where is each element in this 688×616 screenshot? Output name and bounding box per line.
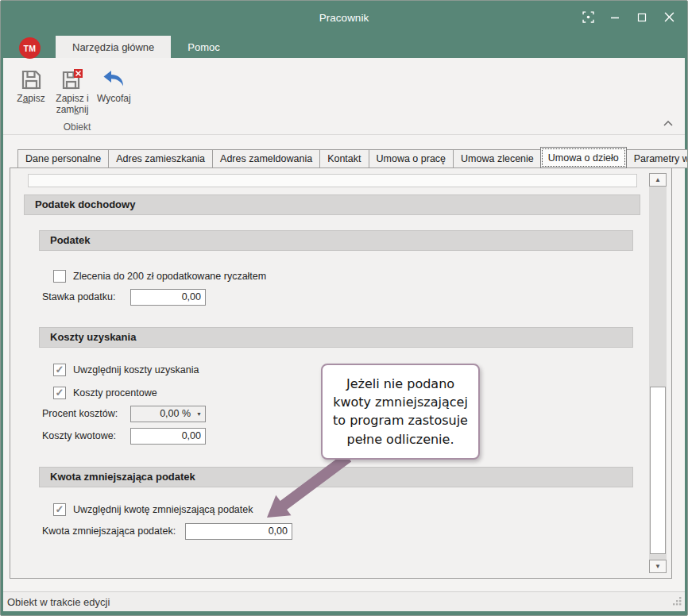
ribbon-group-obiekt: Zapisz Zapisz i zamknij	[11, 64, 136, 116]
procent-label: Procent kosztów:	[42, 408, 130, 419]
ryczalt-checkbox[interactable]	[53, 270, 66, 283]
undo-label: Wycofaj	[97, 93, 131, 104]
close-icon	[664, 11, 674, 25]
scroll-down-icon: ▼	[655, 563, 661, 570]
uwzglednij-kwote-checkbox[interactable]: ✓	[53, 503, 66, 516]
uwzglednij-koszty-checkbox[interactable]: ✓	[53, 364, 66, 376]
annotation-text: Jeżeli nie podano kwoty zmniejszającej t…	[332, 375, 469, 449]
koszty-procentowe-label: Koszty procentowe	[73, 387, 157, 398]
scroll-down-button[interactable]: ▼	[649, 560, 667, 573]
status-text: Obiekt w trakcie edycji	[7, 596, 110, 608]
minimize-button[interactable]	[601, 5, 628, 32]
kwotowe-label: Koszty kwotowe:	[42, 430, 130, 441]
tab-umowa-zlecenie[interactable]: Umowa zlecenie	[453, 149, 541, 168]
maximize-button[interactable]	[628, 5, 655, 32]
app-logo[interactable]: TM	[19, 37, 41, 59]
save-icon	[20, 66, 42, 93]
close-button[interactable]	[655, 5, 682, 32]
tab-dane-personalne[interactable]: Dane personalne	[17, 149, 108, 168]
checkbox-row-uwzglednij-koszty: ✓ Uwzględnij koszty uzyskania	[53, 363, 199, 376]
procent-value: 0,00 %	[160, 408, 191, 419]
field-row-procent: Procent kosztów: 0,00 % ▼	[42, 405, 206, 422]
titlebar: Pracownik	[1, 1, 687, 36]
app-window: Pracownik	[0, 0, 688, 616]
tab-umowa-o-dzielo[interactable]: Umowa o dzieło	[540, 147, 627, 168]
tab-parametry-wspolne[interactable]: Parametry wspólne	[626, 149, 688, 168]
save-and-close-icon	[60, 66, 84, 93]
checkbox-row-koszty-procentowe: ✓ Koszty procentowe	[53, 386, 157, 399]
ribbon-tab-strip: Narzędzia główne Pomoc	[3, 36, 685, 58]
minimize-icon	[610, 11, 620, 25]
ribbon-tab-home[interactable]: Narzędzia główne	[56, 36, 171, 58]
ribbon: Zapisz Zapisz i zamknij	[3, 58, 685, 135]
koszty-procentowe-checkbox[interactable]: ✓	[53, 387, 66, 399]
checkbox-row-ryczalt: Zlecenia do 200 zł opodatkowane ryczałte…	[53, 269, 266, 283]
undo-icon	[102, 66, 125, 93]
section-header-podatek-dochodowy: Podatek dochodowy	[24, 194, 640, 215]
field-row-kwota: Kwota zmniejszająca podatek:	[42, 522, 292, 540]
chevron-up-icon	[663, 116, 674, 129]
field-row-stawka: Stawka podatku:	[42, 288, 206, 306]
stawka-label: Stawka podatku:	[42, 291, 130, 302]
empty-row-strip	[28, 174, 637, 187]
ribbon-group-label: Obiekt	[11, 121, 143, 133]
ryczalt-label: Zlecenia do 200 zł opodatkowane ryczałte…	[73, 271, 266, 282]
save-and-close-label: Zapisz i zamknij	[56, 93, 88, 116]
focus-icon	[582, 11, 594, 26]
field-row-kwotowe: Koszty kwotowe:	[42, 427, 206, 445]
form-tab-strip: Dane personalne Adres zamieszkania Adres…	[17, 147, 688, 168]
resize-grip[interactable]	[672, 596, 682, 609]
maximize-icon	[637, 11, 647, 25]
tab-adres-zameldowania[interactable]: Adres zameldowania	[212, 149, 319, 168]
vertical-scrollbar[interactable]: ▲ ▼	[649, 173, 667, 573]
kwotowe-input[interactable]	[130, 428, 206, 445]
check-icon: ✓	[56, 364, 64, 375]
uwzglednij-kwote-label: Uwzględnij kwotę zmniejszającą podatek	[73, 504, 253, 515]
annotation-callout: Jeżeli nie podano kwoty zmniejszającej t…	[321, 364, 480, 460]
save-and-close-button[interactable]: Zapisz i zamknij	[52, 64, 92, 116]
ribbon-tab-help[interactable]: Pomoc	[171, 36, 236, 58]
scrollbar-thumb[interactable]	[650, 387, 666, 554]
section-header-podatek: Podatek	[39, 230, 633, 251]
focus-mode-button[interactable]	[574, 5, 601, 32]
procent-dropdown[interactable]: 0,00 % ▼	[130, 406, 206, 422]
check-icon: ✓	[56, 387, 64, 398]
tab-umowa-o-prace[interactable]: Umowa o pracę	[369, 149, 454, 168]
ribbon-collapse-button[interactable]	[663, 116, 674, 130]
chevron-down-icon: ▼	[196, 411, 202, 417]
stawka-input[interactable]	[130, 289, 206, 306]
uwzglednij-koszty-label: Uwzględnij koszty uzyskania	[73, 364, 199, 375]
check-icon: ✓	[56, 503, 64, 515]
kwota-label: Kwota zmniejszająca podatek:	[42, 526, 185, 537]
save-label: Zapisz	[17, 93, 44, 104]
tab-adres-zamieszkania[interactable]: Adres zamieszkania	[108, 149, 212, 168]
save-button[interactable]: Zapisz	[11, 64, 51, 116]
undo-button[interactable]: Wycofaj	[94, 64, 134, 116]
checkbox-row-uwzglednij-kwote: ✓ Uwzględnij kwotę zmniejszającą podatek	[53, 502, 253, 516]
scroll-up-icon: ▲	[655, 176, 661, 183]
status-bar: Obiekt w trakcie edycji	[3, 591, 685, 611]
tab-kontakt[interactable]: Kontakt	[319, 149, 368, 168]
titlebar-controls	[574, 1, 682, 36]
section-header-koszty: Koszty uzyskania	[39, 327, 633, 348]
scroll-up-button[interactable]: ▲	[649, 173, 667, 187]
